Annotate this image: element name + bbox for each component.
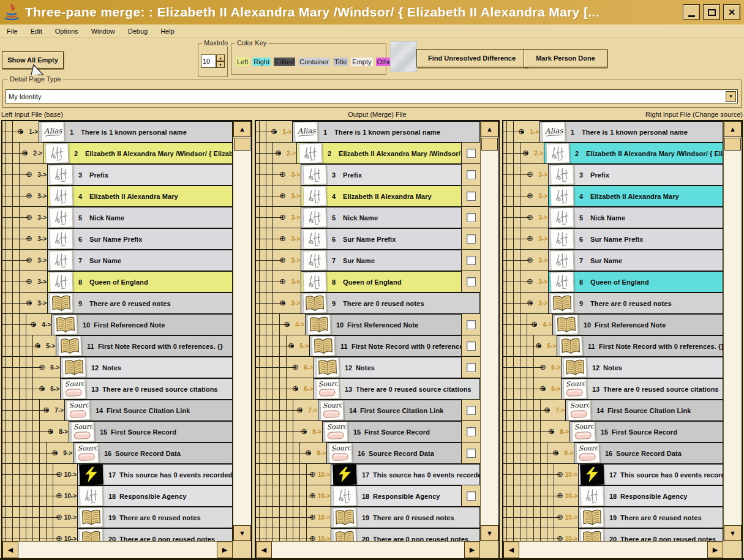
tree-row[interactable]: ⊕●7->Source14First Source Citation Link [256, 400, 480, 421]
merge-checkbox[interactable] [467, 363, 476, 372]
tree-row[interactable]: ⊕10->20There are 0 non reused notes [2, 528, 233, 541]
row-content[interactable]: 6Sur Name Prefix [301, 228, 462, 249]
tree-row[interactable]: ⊕●9->Source16Source Record Data [256, 442, 480, 464]
row-content[interactable]: 12Notes [561, 357, 723, 378]
row-content[interactable]: Source16Source Record Data [73, 442, 233, 463]
spinner-up-button[interactable]: ▲ [216, 54, 225, 61]
horizontal-scrollbar[interactable]: ◀▶ [2, 541, 233, 558]
tree-row[interactable]: ⊕3->8Queen of England [2, 271, 233, 293]
scroll-left-button[interactable]: ◀ [2, 542, 18, 558]
row-content[interactable]: Source15First Source Record [569, 421, 723, 442]
vertical-scroll-thumb[interactable] [234, 138, 250, 151]
merge-checkbox[interactable] [467, 491, 476, 501]
vertical-scrollbar[interactable]: ▲▼ [233, 121, 251, 541]
tree-row[interactable]: ⊕10->18Responsible Agency [2, 485, 233, 507]
tree-row[interactable]: ⊕3->6Sur Name Prefix [503, 228, 723, 250]
maximize-button[interactable] [703, 4, 720, 20]
row-content[interactable]: 5Nick Name [47, 207, 233, 228]
find-unresolved-difference-button[interactable]: Find Unresolved Difference [416, 49, 527, 67]
row-content[interactable]: 8Queen of England [548, 271, 723, 292]
scroll-right-button[interactable]: ▶ [464, 542, 480, 558]
merge-checkbox[interactable] [467, 449, 476, 458]
horizontal-scrollbar[interactable]: ◀▶ [256, 541, 480, 558]
tree-row[interactable]: ⊕10->20There are 0 non reused notes [503, 528, 723, 541]
merge-checkbox[interactable] [467, 277, 476, 286]
merge-checkbox[interactable] [467, 149, 476, 158]
menu-debug[interactable]: Debug [128, 28, 148, 35]
vertical-scrollbar[interactable]: ▲▼ [480, 121, 498, 541]
menu-help[interactable]: Help [160, 28, 175, 35]
tree-row[interactable]: ⊕3->8Queen of England [256, 271, 480, 293]
row-content[interactable]: 5Nick Name [301, 207, 462, 228]
scroll-left-button[interactable]: ◀ [503, 542, 519, 558]
tree-row[interactable]: ⊕6->12Notes [2, 357, 233, 378]
row-content[interactable]: Source16Source Record Data [574, 442, 723, 463]
tree-row[interactable]: ⊕●7->Source14First Source Citation Link [503, 400, 723, 421]
row-content[interactable]: Source13There are 0 reused source citati… [314, 378, 480, 399]
minimize-button[interactable] [683, 4, 700, 20]
tree-row[interactable]: ⊕●9->Source16Source Record Data [503, 442, 723, 464]
tree-row[interactable]: ⊕●2->2Elizabeth II Alexandra Mary /Winds… [2, 143, 233, 164]
row-content[interactable]: 9There are 0 reused notes [301, 293, 480, 313]
tree-row[interactable]: ⊕3->7Sur Name [2, 250, 233, 271]
row-content[interactable]: 11First Note Record with 0 references. {… [309, 335, 462, 356]
tree-row[interactable]: ⊕3->3Prefix [503, 164, 723, 185]
tree-row[interactable]: ⊕●7->Source14First Source Citation Link [2, 400, 233, 421]
row-content[interactable]: 17This source has 0 events recorded [578, 464, 723, 485]
scroll-down-button[interactable]: ▼ [233, 525, 251, 541]
row-content[interactable]: 18Responsible Agency [77, 485, 233, 506]
row-content[interactable]: 17This source has 0 events recorded [77, 464, 233, 485]
tree-row[interactable]: ⊕●1->Alias1There is 1 known personal nam… [503, 121, 723, 143]
menu-edit[interactable]: Edit [31, 28, 42, 35]
row-content[interactable]: Source13There are 0 reused source citati… [561, 378, 723, 399]
row-content[interactable]: 8Queen of England [301, 271, 462, 292]
tree-row[interactable]: ⊕10->18Responsible Agency [503, 485, 723, 507]
tree-row[interactable]: ⊕10->17This source has 0 events recorded [503, 464, 723, 485]
row-content[interactable]: 3Prefix [301, 164, 462, 185]
tree-row[interactable]: ⊕●8->Source15First Source Record [2, 421, 233, 442]
row-content[interactable]: Source15First Source Record [69, 421, 233, 442]
tree-row[interactable]: ⊕●4->10First Referenced Note [256, 314, 480, 335]
merge-checkbox[interactable] [467, 256, 476, 265]
tree-row[interactable]: ⊕●8->Source15First Source Record [256, 421, 480, 442]
row-content[interactable]: 7Sur Name [47, 250, 233, 271]
horizontal-scroll-track[interactable] [18, 542, 217, 558]
row-content[interactable]: 6Sur Name Prefix [548, 228, 723, 249]
tree-row[interactable]: ⊕3->4Elizabeth II Alexandra Mary [503, 185, 723, 207]
vertical-scrollbar[interactable]: ▲▼ [723, 121, 742, 541]
tree-row[interactable]: ⊕3->5Nick Name [256, 207, 480, 228]
row-content[interactable]: 10First Referenced Note [305, 314, 462, 335]
tree-row[interactable]: ⊕3->5Nick Name [503, 207, 723, 228]
tree-row[interactable]: ⊕10->19There are 0 reused notes [503, 507, 723, 528]
mark-person-done-button[interactable]: Mark Person Done [524, 49, 607, 67]
row-content[interactable]: 17This source has 0 events recorded [331, 464, 480, 485]
tree-row[interactable]: ⊕●6->Source13There are 0 reused source c… [256, 378, 480, 400]
merge-checkbox[interactable] [467, 427, 476, 436]
row-content[interactable]: Source14First Source Citation Link [565, 400, 723, 420]
tree-row[interactable]: ⊕●9->Source16Source Record Data [2, 442, 233, 464]
tree-row[interactable]: ⊕3->6Sur Name Prefix [2, 228, 233, 250]
row-content[interactable]: 4Elizabeth II Alexandra Mary [548, 185, 723, 206]
tree-row[interactable]: ⊕3->4Elizabeth II Alexandra Mary [256, 185, 480, 207]
scroll-down-button[interactable]: ▼ [724, 525, 742, 541]
row-content[interactable]: 3Prefix [548, 164, 723, 185]
menu-window[interactable]: Window [91, 28, 115, 35]
tree-row[interactable]: ⊕●4->10First Referenced Note [2, 314, 233, 335]
row-content[interactable]: 20There are 0 non reused notes [77, 528, 233, 541]
merge-checkbox[interactable] [467, 320, 476, 329]
row-content[interactable]: 4Elizabeth II Alexandra Mary [301, 185, 462, 206]
row-content[interactable]: 10First Referenced Note [552, 314, 723, 335]
row-content[interactable]: Source13There are 0 reused source citati… [60, 378, 233, 399]
tree-row[interactable]: ⊕●2->2Elizabeth II Alexandra Mary /Winds… [256, 143, 480, 164]
row-content[interactable]: 19There are 0 reused notes [578, 507, 723, 528]
row-content[interactable]: 12Notes [60, 357, 233, 378]
row-content[interactable]: Source14First Source Citation Link [64, 400, 233, 420]
row-content[interactable]: 12Notes [314, 357, 462, 378]
tree-row[interactable]: ⊕●5->11First Note Record with 0 referenc… [2, 335, 233, 357]
row-content[interactable]: 20There are 0 non reused notes [578, 528, 723, 541]
tree-row[interactable]: ⊕10->19There are 0 reused notes [256, 507, 480, 528]
row-content[interactable]: 2Elizabeth II Alexandra Mary /Windsor/ {… [296, 143, 462, 163]
tree-row[interactable]: ⊕10->17This source has 0 events recorded [2, 464, 233, 485]
maxinfo-value[interactable]: 10 [201, 54, 216, 68]
row-content[interactable]: 19There are 0 reused notes [331, 507, 480, 528]
